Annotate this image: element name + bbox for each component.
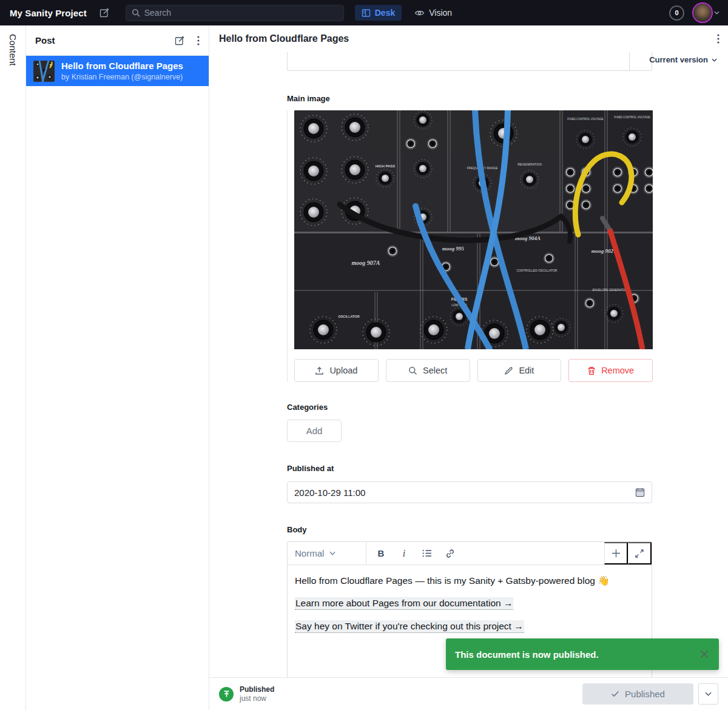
image-toolbar: Upload Select (294, 359, 653, 382)
block-style-value: Normal (295, 548, 325, 558)
link-icon[interactable] (439, 544, 461, 563)
italic-button[interactable]: i (393, 544, 415, 563)
trash-icon (587, 366, 596, 375)
topbar: My Sanity Project Desk (0, 0, 728, 25)
select-label: Select (423, 366, 447, 375)
photo-label: ENVELOPE GENERATOR (592, 289, 627, 292)
tab-desk[interactable]: Desk (355, 5, 402, 21)
body-paragraph: Hello from Cloudflare Pages — this is my… (295, 574, 644, 588)
select-button[interactable]: Select (386, 359, 470, 382)
list-item[interactable]: Hello from Cloudflare Pages by Kristian … (26, 56, 209, 86)
photo-label: moog 995 (442, 246, 465, 252)
list-menu-dots-icon[interactable] (197, 36, 200, 45)
sanity-studio: My Sanity Project Desk (0, 0, 728, 710)
sidebar-tab-content[interactable]: Content (0, 25, 26, 710)
tab-desk-label: Desk (375, 8, 395, 18)
app-body: Content Post (0, 25, 728, 710)
tab-vision-label: Vision (429, 8, 452, 18)
photo-label: REGENERATION (517, 162, 542, 166)
publish-menu-chevron[interactable] (698, 683, 718, 705)
published-at-label: Published at (287, 464, 652, 473)
published-at-input[interactable] (294, 487, 630, 498)
document-form: Main image (209, 52, 728, 677)
upload-icon (315, 366, 324, 375)
format-buttons: B i (366, 542, 604, 564)
body-link[interactable]: Say hey on Twitter if you're checking ou… (295, 620, 524, 633)
post-thumbnail (33, 61, 55, 82)
edit-label: Edit (519, 366, 534, 375)
publish-status-label: Published (240, 685, 274, 694)
upload-button[interactable]: Upload (294, 359, 379, 382)
remove-label: Remove (601, 366, 634, 375)
document-header: Hello from Cloudflare Pages (209, 25, 728, 52)
bold-button[interactable]: B (370, 544, 392, 563)
search-input[interactable] (144, 8, 338, 18)
main-image-preview: HIGH PASS FREQUENCY RANGE REGENERATION F… (294, 110, 653, 349)
document-menu-dots-icon[interactable] (717, 34, 720, 44)
chevron-down-icon (329, 551, 359, 555)
photo-label: FIXED CONTROL VOLTAGE (614, 116, 650, 119)
remove-button[interactable]: Remove (568, 359, 653, 382)
project-title: My Sanity Project (10, 8, 87, 18)
publish-status-time: just now (240, 694, 274, 703)
published-at-field (287, 481, 652, 503)
user-menu[interactable] (693, 4, 720, 22)
post-list-header: Post (26, 25, 209, 56)
publish-toast: This document is now published. (446, 638, 719, 670)
version-selector[interactable]: Current version (649, 55, 717, 64)
categories-label: Categories (287, 403, 652, 412)
content-label: Content (8, 34, 18, 710)
photo-label: CONTROLLED OSCILLATOR (517, 269, 558, 272)
editor-toolbar: Normal B i (288, 542, 652, 565)
avatar (693, 4, 712, 22)
chevron-down-icon (714, 11, 720, 15)
main-image-field: HIGH PASS FREQUENCY RANGE REGENERATION F… (287, 110, 652, 382)
body-label: Body (287, 525, 652, 534)
photo-label: moog 907A (352, 260, 380, 266)
search-icon (408, 366, 417, 375)
main-image-label: Main image (287, 94, 652, 103)
close-icon[interactable] (699, 649, 710, 660)
pencil-icon (504, 366, 513, 375)
chevron-down-icon (712, 58, 717, 62)
edit-button[interactable]: Edit (477, 359, 562, 382)
body-paragraph: Learn more about Pages from our document… (295, 597, 644, 610)
tasks-badge[interactable]: 0 (669, 5, 684, 21)
eye-icon (414, 9, 425, 17)
expand-editor-icon[interactable] (628, 542, 652, 564)
post-list-panel: Post (26, 25, 209, 710)
insert-block-button[interactable] (604, 542, 628, 564)
document-panel: Hello from Cloudflare Pages Current vers… (209, 25, 728, 710)
slug-input[interactable] (287, 52, 652, 71)
tab-vision[interactable]: Vision (408, 5, 459, 21)
toast-message: This document is now published. (455, 649, 699, 660)
publish-button[interactable]: Published (582, 683, 693, 705)
search-icon (132, 8, 140, 17)
list-panel-title: Post (35, 35, 162, 45)
add-category-button[interactable]: Add (287, 420, 342, 442)
photo-label: moog 902 (592, 248, 614, 254)
body-link[interactable]: Learn more about Pages from our document… (295, 597, 513, 610)
publish-status: Published just now (240, 685, 274, 703)
list-item-title: Hello from Cloudflare Pages (61, 61, 183, 72)
publish-button-label: Published (625, 689, 665, 699)
slug-generate-button[interactable] (629, 52, 652, 70)
published-status-icon (219, 687, 234, 702)
document-title: Hello from Cloudflare Pages (219, 33, 717, 44)
new-document-icon[interactable] (99, 7, 110, 18)
list-item-subtitle: by Kristian Freeman (@signalnerve) (61, 73, 183, 81)
version-label: Current version (649, 55, 708, 64)
calendar-icon[interactable] (635, 487, 645, 497)
block-style-select[interactable]: Normal (288, 542, 366, 564)
document-footer: Published just now Published (209, 677, 728, 710)
list-item-text: Hello from Cloudflare Pages by Kristian … (61, 61, 183, 81)
upload-label: Upload (329, 366, 357, 375)
photo-label: HIGH PASS (376, 164, 396, 168)
photo-label: OSCILLATOR (338, 315, 359, 318)
body-paragraph: Say hey on Twitter if you're checking ou… (295, 620, 644, 633)
create-post-icon[interactable] (174, 35, 185, 46)
check-icon (611, 691, 619, 697)
bullet-list-icon[interactable] (416, 544, 438, 563)
search-box (126, 5, 344, 21)
photo-label: FIXED CONTROL VOLTAGE (567, 118, 603, 121)
